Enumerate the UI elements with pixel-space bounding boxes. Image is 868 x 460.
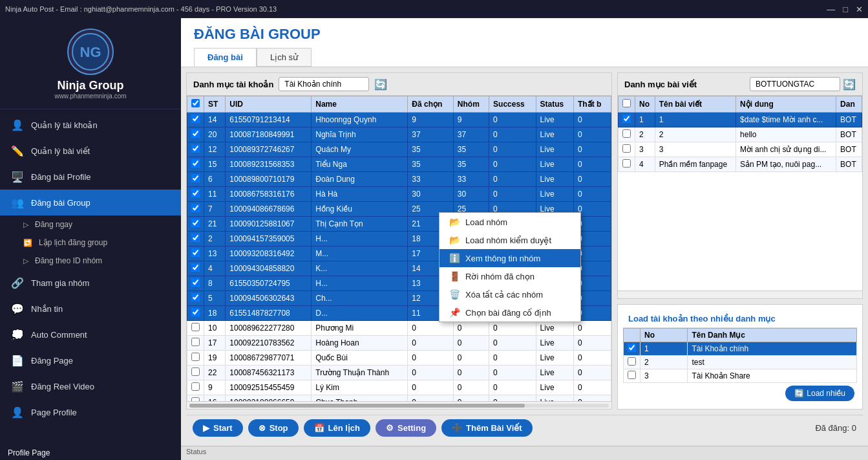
post-row-checkbox[interactable] [622,159,631,168]
sidebar-item-page-profile[interactable]: 👤 Page Profile [0,399,181,425]
row-success: 0 [489,142,536,157]
row-checkbox[interactable] [191,204,200,212]
sidebar-item-auto-comment[interactable]: 💭 Auto Comment [0,322,181,347]
row-checkbox[interactable] [191,234,200,242]
start-button[interactable]: ▶ Start [193,419,243,437]
row-checkbox[interactable] [191,278,200,287]
select-all-checkbox[interactable] [191,99,200,107]
load-table-container[interactable]: No Tên Danh Mục 1 Tài Khoản chính 2 test… [623,328,857,383]
sidebar-item-lap-lich[interactable]: 🔁 Lập lịch đăng group [0,234,181,252]
table-row[interactable]: 20 100087180849991 Nghĩa Trịnh 37 37 0 L… [187,127,611,142]
row-group: 35 [453,142,489,157]
row-checkbox[interactable] [191,189,200,197]
row-checkbox[interactable] [191,308,200,316]
tab-dang-bai[interactable]: Đăng bài [194,48,257,67]
table-row[interactable]: 9 100092515455459 Lý Kim 0 0 0 Live 0 [187,380,611,395]
row-checkbox[interactable] [191,174,200,182]
status-text: Status [186,448,206,455]
cm-roi-nhom[interactable]: 🚪 Rời nhóm đã chọn [439,267,580,285]
row-checkbox[interactable] [191,323,200,331]
row-checkbox[interactable] [191,293,200,301]
load-row[interactable]: 3 Tài Khoản Share [624,369,857,383]
table-row[interactable]: 11 100086758316176 Hà Hà 30 30 0 Live 0 [187,187,611,202]
row-st: 19 [204,351,226,366]
sidebar-item-dang-page[interactable]: 📄 Đăng Page [0,347,181,373]
cm-chon-bai[interactable]: 📌 Chọn bài đăng cố định [439,303,580,322]
load-icon: 🔄 [794,389,804,398]
load-row-checkbox[interactable] [628,344,636,352]
row-checkbox[interactable] [191,338,200,346]
table-row[interactable]: 12 100089372746267 Quách My 35 35 0 Live… [187,142,611,157]
row-checkbox[interactable] [191,367,200,376]
table-row[interactable]: 17 100092210783562 Hoàng Hoan 0 0 0 Live… [187,336,611,351]
post-row-checkbox[interactable] [622,129,631,138]
table-row[interactable]: 16 100093198866659 Chuc Thanh 0 0 0 Live… [187,395,611,402]
sidebar-item-dang-reel[interactable]: 🎬 Đăng Reel Video [0,373,181,399]
row-checkbox[interactable] [191,219,200,227]
table-row[interactable]: 15 100089231568353 Tiểu Nga 35 35 0 Live… [187,157,611,172]
stop-button[interactable]: ⊗ Stop [248,419,299,437]
maximize-button[interactable]: □ [843,5,848,14]
posts-select-all[interactable] [622,99,631,107]
sidebar-label-lap-lich: Lập lịch đăng group [39,238,107,247]
sidebar-item-dang-bai-group[interactable]: 👥 Đăng bài Group [0,190,181,215]
cm-xem-thong-tin[interactable]: ℹ️ Xem thông tin nhóm [439,249,580,267]
close-button[interactable]: ✕ [856,5,863,14]
post-row-dan: BOT [836,127,862,142]
add-post-button[interactable]: ➕ Thêm Bài Viết [441,419,533,437]
sidebar-item-quan-ly-bai-viet[interactable]: ✏️ Quản lý bài viết [0,138,181,164]
sidebar-item-tham-gia-nhom[interactable]: 🔗 Tham gia nhóm [0,270,181,296]
row-checkbox[interactable] [191,382,200,391]
row-uid: 100093198866659 [226,395,312,402]
row-checkbox[interactable] [191,129,200,138]
row-uid: 100089622277280 [226,321,312,336]
post-row-content: Sản PM tạo, nuôi pag... [736,157,836,172]
post-row[interactable]: 3 3 Mời anh chị sử dụng di... BOT [619,142,862,157]
sidebar-item-dang-bai-profile[interactable]: 🖥️ Đăng bài Profile [0,164,181,190]
sidebar-item-nhan-tin[interactable]: 💬 Nhắn tin [0,296,181,322]
sidebar-item-dang-theo-id[interactable]: ▷ Đăng theo ID nhóm [0,252,181,270]
horizontal-scrollbar[interactable] [187,401,611,409]
row-checkbox[interactable] [191,248,200,257]
row-st: 8 [204,276,226,291]
table-row[interactable]: 22 100087456321173 Trường Thuận Thành 0 … [187,366,611,380]
row-group: 0 [453,351,489,366]
tab-lich-su[interactable]: Lịch sử [257,48,312,67]
post-row-checkbox[interactable] [622,115,631,123]
load-row-checkbox[interactable] [628,357,636,366]
table-row[interactable]: 19 100086729877071 Quốc Bùi 0 0 0 Live 0 [187,351,611,366]
account-category-dropdown[interactable]: Tài Khoản chính test Tài Khoản Share [279,77,369,91]
row-checkbox[interactable] [191,144,200,153]
row-checkbox[interactable] [191,159,200,168]
load-row[interactable]: 2 test [624,356,857,369]
minimize-button[interactable]: — [827,5,835,14]
row-checkbox[interactable] [191,397,200,401]
post-row[interactable]: 4 Phần mềm fanpage Sản PM tạo, nuôi pag.… [619,157,862,172]
row-name: K... [312,261,408,276]
load-row[interactable]: 1 Tài Khoản chính [624,342,857,356]
sidebar-item-dang-ngay[interactable]: ▷ Đăng ngay [0,215,181,234]
table-row[interactable]: 6 100089800710179 Đoàn Dung 33 33 0 Live… [187,172,611,187]
cm-xoa-tat-ca[interactable]: 🗑️ Xóa tất cả các nhóm [439,285,580,303]
table-row[interactable]: 10 100089622277280 Phương Mi 0 0 0 Live … [187,321,611,336]
right-scrollbar[interactable] [618,290,862,298]
row-checkbox[interactable] [191,115,200,123]
row-checkbox[interactable] [191,263,200,272]
sidebar-item-quan-ly-tai-khoan[interactable]: 👤 Quản lý tài khoản [0,112,181,138]
refresh-left-button[interactable]: 🔄 [374,78,387,91]
row-uid: 100089800710179 [226,172,312,187]
load-nhieu-button[interactable]: 🔄 Load nhiều [785,386,854,401]
setting-button[interactable]: ⚙ Setting [376,419,436,437]
refresh-right-button[interactable]: 🔄 [843,78,856,91]
schedule-button[interactable]: 📅 Lên lịch [304,419,371,437]
post-row-checkbox[interactable] [622,144,631,153]
row-checkbox[interactable] [191,353,200,361]
table-row[interactable]: 14 61550791213414 Hhoonngg Quynh 9 9 0 L… [187,113,611,127]
post-row[interactable]: 2 2 hello BOT [619,127,862,142]
cm-load-nhom-kiem-duyet[interactable]: 📂 Load nhóm kiểm duyệt [439,231,580,249]
cm-load-nhom[interactable]: 📂 Load nhóm [439,213,580,231]
right-table-container[interactable]: No Tên bài viết Nội dung Dan 1 1 $date $… [618,96,862,290]
load-row-checkbox[interactable] [628,371,636,379]
post-row[interactable]: 1 1 $date $time Mời anh c... BOT [619,113,862,127]
post-category-dropdown[interactable]: BOTTUONGTAC [750,77,840,91]
